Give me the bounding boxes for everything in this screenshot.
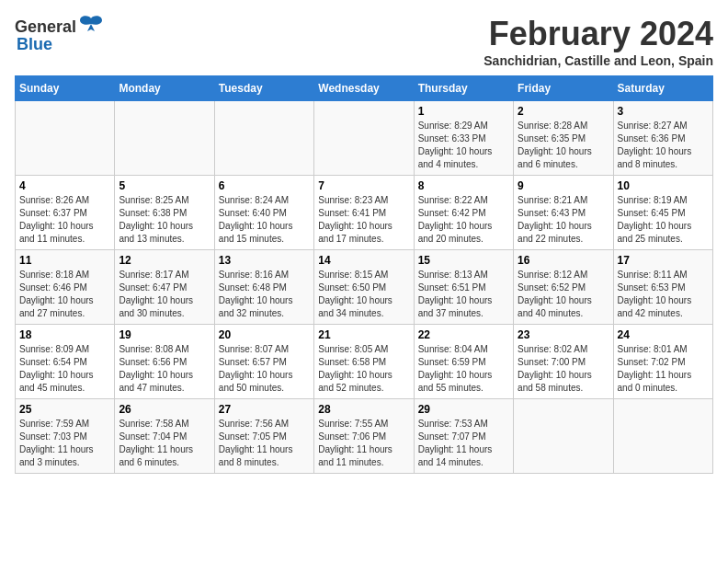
day-header: Sunday [16, 76, 115, 101]
day-info: Sunrise: 8:05 AM Sunset: 6:58 PM Dayligh… [318, 343, 409, 395]
calendar-cell: 6Sunrise: 8:24 AM Sunset: 6:40 PM Daylig… [214, 176, 313, 250]
calendar-cell: 8Sunrise: 8:22 AM Sunset: 6:42 PM Daylig… [414, 176, 513, 250]
title-area: February 2024 Sanchidrian, Castille and … [483, 15, 713, 68]
day-header: Wednesday [314, 76, 414, 101]
day-info: Sunrise: 8:28 AM Sunset: 6:35 PM Dayligh… [518, 120, 609, 171]
calendar-week-row: 11Sunrise: 8:18 AM Sunset: 6:46 PM Dayli… [16, 250, 713, 325]
day-number: 2 [518, 105, 609, 118]
calendar-cell: 25Sunrise: 7:59 AM Sunset: 7:03 PM Dayli… [16, 399, 115, 474]
day-number: 12 [119, 254, 210, 267]
day-number: 9 [518, 179, 609, 192]
calendar-cell: 20Sunrise: 8:07 AM Sunset: 6:57 PM Dayli… [214, 325, 313, 399]
day-number: 24 [618, 328, 709, 341]
calendar-cell [314, 101, 414, 176]
calendar-cell: 17Sunrise: 8:11 AM Sunset: 6:53 PM Dayli… [613, 250, 712, 325]
day-info: Sunrise: 8:16 AM Sunset: 6:48 PM Dayligh… [219, 269, 310, 320]
calendar-cell [16, 101, 115, 176]
calendar-cell [613, 399, 712, 474]
day-info: Sunrise: 7:59 AM Sunset: 7:03 PM Dayligh… [19, 418, 110, 469]
day-info: Sunrise: 7:58 AM Sunset: 7:04 PM Dayligh… [119, 418, 210, 469]
calendar-cell: 29Sunrise: 7:53 AM Sunset: 7:07 PM Dayli… [414, 399, 513, 474]
calendar-cell: 10Sunrise: 8:19 AM Sunset: 6:45 PM Dayli… [613, 176, 712, 250]
logo-bird-icon [78, 15, 104, 35]
calendar-cell [115, 101, 214, 176]
day-number: 10 [618, 179, 709, 192]
calendar-week-row: 1Sunrise: 8:29 AM Sunset: 6:33 PM Daylig… [16, 101, 713, 176]
day-number: 11 [19, 254, 110, 267]
day-info: Sunrise: 8:02 AM Sunset: 7:00 PM Dayligh… [518, 343, 609, 395]
day-number: 13 [219, 254, 310, 267]
day-info: Sunrise: 7:55 AM Sunset: 7:06 PM Dayligh… [318, 418, 409, 469]
day-info: Sunrise: 8:11 AM Sunset: 6:53 PM Dayligh… [618, 269, 709, 320]
logo-blue: Blue [17, 35, 52, 54]
day-info: Sunrise: 8:07 AM Sunset: 6:57 PM Dayligh… [219, 343, 310, 395]
day-number: 3 [618, 105, 709, 118]
day-info: Sunrise: 8:25 AM Sunset: 6:38 PM Dayligh… [119, 194, 210, 246]
day-header: Thursday [414, 76, 513, 101]
day-number: 25 [19, 403, 110, 416]
day-number: 18 [19, 328, 110, 341]
day-info: Sunrise: 8:22 AM Sunset: 6:42 PM Dayligh… [418, 194, 509, 246]
day-info: Sunrise: 8:09 AM Sunset: 6:54 PM Dayligh… [19, 343, 110, 395]
day-info: Sunrise: 7:56 AM Sunset: 7:05 PM Dayligh… [219, 418, 310, 469]
calendar-week-row: 4Sunrise: 8:26 AM Sunset: 6:37 PM Daylig… [16, 176, 713, 250]
header: General Blue February 2024 Sanchidrian, … [15, 15, 713, 68]
day-number: 8 [418, 179, 509, 192]
calendar-cell [214, 101, 313, 176]
day-number: 5 [119, 179, 210, 192]
day-info: Sunrise: 8:24 AM Sunset: 6:40 PM Dayligh… [219, 194, 310, 246]
calendar-cell: 18Sunrise: 8:09 AM Sunset: 6:54 PM Dayli… [16, 325, 115, 399]
day-number: 17 [618, 254, 709, 267]
calendar-cell: 15Sunrise: 8:13 AM Sunset: 6:51 PM Dayli… [414, 250, 513, 325]
calendar-cell: 14Sunrise: 8:15 AM Sunset: 6:50 PM Dayli… [314, 250, 414, 325]
day-info: Sunrise: 8:21 AM Sunset: 6:43 PM Dayligh… [518, 194, 609, 246]
calendar-cell: 21Sunrise: 8:05 AM Sunset: 6:58 PM Dayli… [314, 325, 414, 399]
calendar-cell: 19Sunrise: 8:08 AM Sunset: 6:56 PM Dayli… [115, 325, 214, 399]
day-info: Sunrise: 8:26 AM Sunset: 6:37 PM Dayligh… [19, 194, 110, 246]
calendar-cell: 28Sunrise: 7:55 AM Sunset: 7:06 PM Dayli… [314, 399, 414, 474]
calendar-cell: 13Sunrise: 8:16 AM Sunset: 6:48 PM Dayli… [214, 250, 313, 325]
calendar-week-row: 18Sunrise: 8:09 AM Sunset: 6:54 PM Dayli… [16, 325, 713, 399]
logo-general: General [15, 17, 76, 37]
day-header: Monday [115, 76, 214, 101]
day-number: 21 [318, 328, 409, 341]
month-title: February 2024 [483, 15, 713, 53]
calendar-cell: 1Sunrise: 8:29 AM Sunset: 6:33 PM Daylig… [414, 101, 513, 176]
day-info: Sunrise: 8:17 AM Sunset: 6:47 PM Dayligh… [119, 269, 210, 320]
day-info: Sunrise: 8:18 AM Sunset: 6:46 PM Dayligh… [19, 269, 110, 320]
calendar-table: SundayMondayTuesdayWednesdayThursdayFrid… [15, 75, 713, 474]
calendar-cell: 24Sunrise: 8:01 AM Sunset: 7:02 PM Dayli… [613, 325, 712, 399]
day-number: 29 [418, 403, 509, 416]
calendar-cell: 23Sunrise: 8:02 AM Sunset: 7:00 PM Dayli… [514, 325, 613, 399]
day-info: Sunrise: 8:08 AM Sunset: 6:56 PM Dayligh… [119, 343, 210, 395]
day-number: 23 [518, 328, 609, 341]
calendar-cell: 16Sunrise: 8:12 AM Sunset: 6:52 PM Dayli… [514, 250, 613, 325]
day-number: 16 [518, 254, 609, 267]
day-number: 14 [318, 254, 409, 267]
calendar-cell: 2Sunrise: 8:28 AM Sunset: 6:35 PM Daylig… [514, 101, 613, 176]
location-title: Sanchidrian, Castille and Leon, Spain [483, 53, 713, 68]
calendar-cell: 22Sunrise: 8:04 AM Sunset: 6:59 PM Dayli… [414, 325, 513, 399]
calendar-cell: 7Sunrise: 8:23 AM Sunset: 6:41 PM Daylig… [314, 176, 414, 250]
day-number: 15 [418, 254, 509, 267]
calendar-cell: 9Sunrise: 8:21 AM Sunset: 6:43 PM Daylig… [514, 176, 613, 250]
day-number: 4 [19, 179, 110, 192]
day-info: Sunrise: 8:19 AM Sunset: 6:45 PM Dayligh… [618, 194, 709, 246]
day-info: Sunrise: 8:12 AM Sunset: 6:52 PM Dayligh… [518, 269, 609, 320]
day-number: 6 [219, 179, 310, 192]
day-info: Sunrise: 8:01 AM Sunset: 7:02 PM Dayligh… [618, 343, 709, 395]
day-number: 27 [219, 403, 310, 416]
day-info: Sunrise: 7:53 AM Sunset: 7:07 PM Dayligh… [418, 418, 509, 469]
day-number: 7 [318, 179, 409, 192]
day-info: Sunrise: 8:29 AM Sunset: 6:33 PM Dayligh… [418, 120, 509, 171]
day-header: Saturday [613, 76, 712, 101]
calendar-cell: 5Sunrise: 8:25 AM Sunset: 6:38 PM Daylig… [115, 176, 214, 250]
day-number: 22 [418, 328, 509, 341]
logo: General Blue [15, 15, 104, 54]
day-number: 20 [219, 328, 310, 341]
day-info: Sunrise: 8:04 AM Sunset: 6:59 PM Dayligh… [418, 343, 509, 395]
calendar-cell: 26Sunrise: 7:58 AM Sunset: 7:04 PM Dayli… [115, 399, 214, 474]
day-info: Sunrise: 8:15 AM Sunset: 6:50 PM Dayligh… [318, 269, 409, 320]
calendar-week-row: 25Sunrise: 7:59 AM Sunset: 7:03 PM Dayli… [16, 399, 713, 474]
day-number: 1 [418, 105, 509, 118]
